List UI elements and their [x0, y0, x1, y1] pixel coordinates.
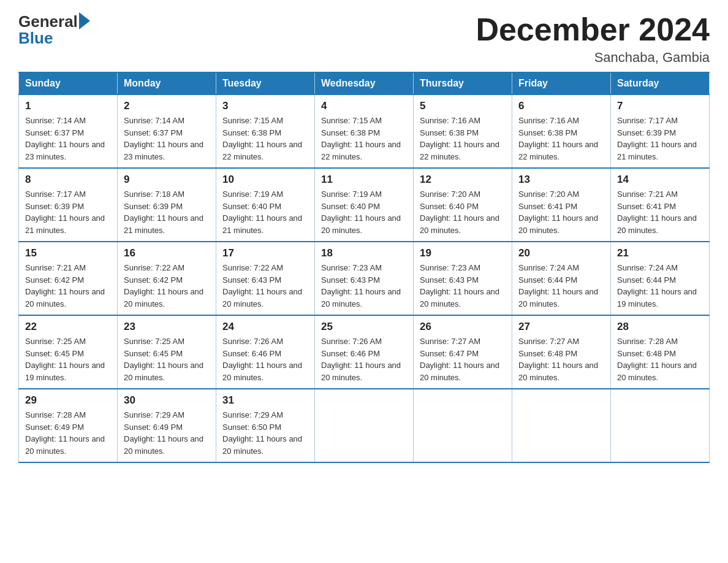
col-sunday: Sunday — [19, 72, 118, 94]
table-row: 22 Sunrise: 7:25 AMSunset: 6:45 PMDaylig… — [19, 315, 710, 389]
list-item: 25 Sunrise: 7:26 AMSunset: 6:46 PMDaylig… — [315, 315, 414, 389]
col-tuesday: Tuesday — [216, 72, 315, 94]
day-info: Sunrise: 7:21 AMSunset: 6:41 PMDaylight:… — [617, 190, 697, 235]
day-number: 26 — [420, 321, 506, 333]
day-number: 14 — [617, 174, 703, 186]
day-number: 16 — [124, 247, 210, 259]
col-wednesday: Wednesday — [315, 72, 414, 94]
col-friday: Friday — [512, 72, 611, 94]
logo: General Blue — [18, 12, 90, 48]
month-title: December 2024 — [476, 12, 710, 47]
day-info: Sunrise: 7:24 AMSunset: 6:44 PMDaylight:… — [617, 263, 697, 308]
list-item: 22 Sunrise: 7:25 AMSunset: 6:45 PMDaylig… — [19, 315, 118, 389]
table-row: 29 Sunrise: 7:28 AMSunset: 6:49 PMDaylig… — [19, 389, 710, 462]
day-number: 27 — [518, 321, 604, 333]
list-item: 7 Sunrise: 7:17 AMSunset: 6:39 PMDayligh… — [611, 94, 710, 168]
list-item: 24 Sunrise: 7:26 AMSunset: 6:46 PMDaylig… — [216, 315, 315, 389]
list-item: 9 Sunrise: 7:18 AMSunset: 6:39 PMDayligh… — [118, 168, 216, 242]
day-number: 21 — [617, 247, 703, 259]
list-item: 16 Sunrise: 7:22 AMSunset: 6:42 PMDaylig… — [118, 242, 216, 315]
day-info: Sunrise: 7:26 AMSunset: 6:46 PMDaylight:… — [321, 337, 401, 382]
logo-blue-text: Blue — [18, 29, 53, 48]
list-item: 2 Sunrise: 7:14 AMSunset: 6:37 PMDayligh… — [118, 94, 216, 168]
list-item — [414, 389, 512, 462]
day-number: 15 — [25, 247, 111, 259]
day-number: 3 — [222, 100, 308, 112]
day-number: 11 — [321, 174, 407, 186]
day-number: 6 — [518, 100, 604, 112]
day-info: Sunrise: 7:14 AMSunset: 6:37 PMDaylight:… — [124, 116, 203, 161]
day-info: Sunrise: 7:23 AMSunset: 6:43 PMDaylight:… — [420, 263, 499, 308]
day-number: 10 — [222, 174, 308, 186]
day-number: 22 — [25, 321, 111, 333]
day-number: 5 — [420, 100, 506, 112]
list-item: 31 Sunrise: 7:29 AMSunset: 6:50 PMDaylig… — [216, 389, 315, 462]
list-item: 14 Sunrise: 7:21 AMSunset: 6:41 PMDaylig… — [611, 168, 710, 242]
day-number: 23 — [124, 321, 210, 333]
list-item: 12 Sunrise: 7:20 AMSunset: 6:40 PMDaylig… — [414, 168, 512, 242]
list-item: 3 Sunrise: 7:15 AMSunset: 6:38 PMDayligh… — [216, 94, 315, 168]
list-item: 21 Sunrise: 7:24 AMSunset: 6:44 PMDaylig… — [611, 242, 710, 315]
location: Sanchaba, Gambia — [476, 50, 710, 66]
day-info: Sunrise: 7:15 AMSunset: 6:38 PMDaylight:… — [222, 116, 302, 161]
day-number: 1 — [25, 100, 111, 112]
calendar-table: Sunday Monday Tuesday Wednesday Thursday… — [18, 72, 710, 463]
day-info: Sunrise: 7:25 AMSunset: 6:45 PMDaylight:… — [25, 337, 105, 382]
day-info: Sunrise: 7:24 AMSunset: 6:44 PMDaylight:… — [518, 263, 598, 308]
day-info: Sunrise: 7:19 AMSunset: 6:40 PMDaylight:… — [321, 190, 401, 235]
day-info: Sunrise: 7:18 AMSunset: 6:39 PMDaylight:… — [124, 190, 203, 235]
day-number: 8 — [25, 174, 111, 186]
col-thursday: Thursday — [414, 72, 512, 94]
day-info: Sunrise: 7:29 AMSunset: 6:50 PMDaylight:… — [222, 410, 302, 456]
col-monday: Monday — [118, 72, 216, 94]
list-item: 29 Sunrise: 7:28 AMSunset: 6:49 PMDaylig… — [19, 389, 118, 462]
logo-arrow-icon — [79, 12, 90, 29]
page-header: General Blue December 2024 Sanchaba, Gam… — [18, 12, 710, 66]
day-number: 17 — [222, 247, 308, 259]
day-number: 2 — [124, 100, 210, 112]
day-info: Sunrise: 7:25 AMSunset: 6:45 PMDaylight:… — [124, 337, 203, 382]
day-info: Sunrise: 7:23 AMSunset: 6:43 PMDaylight:… — [321, 263, 401, 308]
day-info: Sunrise: 7:16 AMSunset: 6:38 PMDaylight:… — [518, 116, 598, 161]
table-row: 8 Sunrise: 7:17 AMSunset: 6:39 PMDayligh… — [19, 168, 710, 242]
day-info: Sunrise: 7:17 AMSunset: 6:39 PMDaylight:… — [617, 116, 697, 161]
day-number: 4 — [321, 100, 407, 112]
day-number: 28 — [617, 321, 703, 333]
day-info: Sunrise: 7:17 AMSunset: 6:39 PMDaylight:… — [25, 190, 105, 235]
list-item — [611, 389, 710, 462]
day-info: Sunrise: 7:27 AMSunset: 6:48 PMDaylight:… — [518, 337, 598, 382]
list-item: 20 Sunrise: 7:24 AMSunset: 6:44 PMDaylig… — [512, 242, 611, 315]
list-item: 13 Sunrise: 7:20 AMSunset: 6:41 PMDaylig… — [512, 168, 611, 242]
list-item: 5 Sunrise: 7:16 AMSunset: 6:38 PMDayligh… — [414, 94, 512, 168]
list-item: 27 Sunrise: 7:27 AMSunset: 6:48 PMDaylig… — [512, 315, 611, 389]
list-item: 28 Sunrise: 7:28 AMSunset: 6:48 PMDaylig… — [611, 315, 710, 389]
list-item — [315, 389, 414, 462]
list-item: 11 Sunrise: 7:19 AMSunset: 6:40 PMDaylig… — [315, 168, 414, 242]
list-item: 10 Sunrise: 7:19 AMSunset: 6:40 PMDaylig… — [216, 168, 315, 242]
list-item — [512, 389, 611, 462]
day-info: Sunrise: 7:15 AMSunset: 6:38 PMDaylight:… — [321, 116, 401, 161]
list-item: 8 Sunrise: 7:17 AMSunset: 6:39 PMDayligh… — [19, 168, 118, 242]
day-number: 9 — [124, 174, 210, 186]
day-info: Sunrise: 7:20 AMSunset: 6:41 PMDaylight:… — [518, 190, 598, 235]
col-saturday: Saturday — [611, 72, 710, 94]
table-row: 1 Sunrise: 7:14 AMSunset: 6:37 PMDayligh… — [19, 94, 710, 168]
day-number: 13 — [518, 174, 604, 186]
list-item: 26 Sunrise: 7:27 AMSunset: 6:47 PMDaylig… — [414, 315, 512, 389]
day-info: Sunrise: 7:22 AMSunset: 6:42 PMDaylight:… — [124, 263, 203, 308]
day-number: 24 — [222, 321, 308, 333]
day-info: Sunrise: 7:28 AMSunset: 6:49 PMDaylight:… — [25, 410, 105, 456]
day-info: Sunrise: 7:26 AMSunset: 6:46 PMDaylight:… — [222, 337, 302, 382]
list-item: 6 Sunrise: 7:16 AMSunset: 6:38 PMDayligh… — [512, 94, 611, 168]
day-number: 29 — [25, 394, 111, 407]
day-info: Sunrise: 7:29 AMSunset: 6:49 PMDaylight:… — [124, 410, 203, 456]
day-number: 18 — [321, 247, 407, 259]
list-item: 1 Sunrise: 7:14 AMSunset: 6:37 PMDayligh… — [19, 94, 118, 168]
list-item: 17 Sunrise: 7:22 AMSunset: 6:43 PMDaylig… — [216, 242, 315, 315]
day-info: Sunrise: 7:28 AMSunset: 6:48 PMDaylight:… — [617, 337, 697, 382]
list-item: 19 Sunrise: 7:23 AMSunset: 6:43 PMDaylig… — [414, 242, 512, 315]
day-info: Sunrise: 7:27 AMSunset: 6:47 PMDaylight:… — [420, 337, 499, 382]
day-number: 30 — [124, 394, 210, 407]
day-number: 7 — [617, 100, 703, 112]
day-number: 20 — [518, 247, 604, 259]
